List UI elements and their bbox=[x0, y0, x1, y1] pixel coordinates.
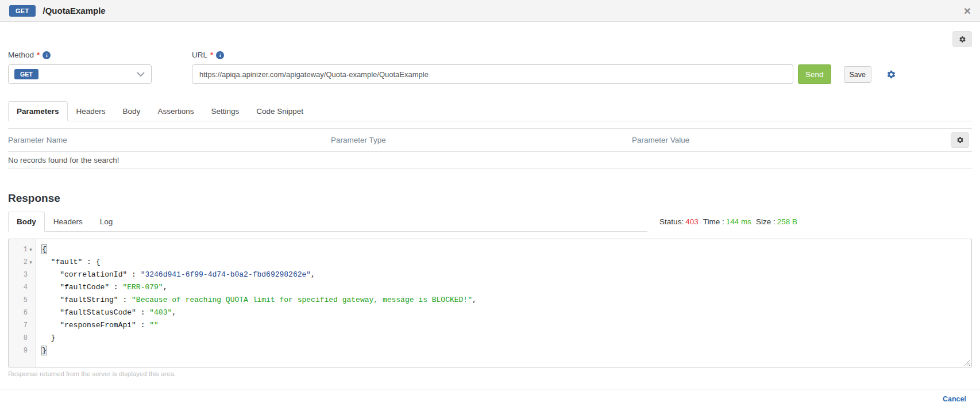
size-value: 258 B bbox=[777, 217, 797, 226]
close-icon[interactable]: × bbox=[964, 5, 971, 17]
tab-assertions[interactable]: Assertions bbox=[149, 101, 202, 121]
table-settings-button[interactable] bbox=[951, 132, 969, 148]
code-line[interactable]: } bbox=[42, 344, 971, 357]
method-badge: GET bbox=[9, 5, 36, 17]
line-number: 2 bbox=[24, 258, 28, 266]
tab-headers[interactable]: Headers bbox=[68, 101, 114, 121]
send-button[interactable]: Send bbox=[798, 64, 831, 84]
tab-body[interactable]: Body bbox=[114, 101, 149, 121]
code-line[interactable]: { bbox=[42, 243, 971, 256]
line-number: 9 bbox=[24, 347, 28, 355]
modal-header: GET /QuotaExample × bbox=[0, 0, 980, 22]
time-label: Time : bbox=[703, 217, 724, 226]
code-line[interactable]: "correlationId" : "3246d941-6f99-4d74-b0… bbox=[42, 269, 971, 281]
column-parameter-type: Parameter Type bbox=[331, 136, 632, 144]
tab-response-body[interactable]: Body bbox=[8, 212, 45, 232]
line-number: 8 bbox=[24, 334, 28, 342]
tab-code-snippet[interactable]: Code Snippet bbox=[248, 101, 312, 121]
gear-icon bbox=[959, 36, 966, 43]
request-form: Method*i GET URL*i Send Save bbox=[8, 51, 972, 84]
method-select[interactable]: GET bbox=[8, 64, 152, 84]
cancel-button[interactable]: Cancel bbox=[943, 395, 966, 403]
response-hint: Response returned from the server is dis… bbox=[8, 370, 972, 377]
line-number: 1 bbox=[24, 246, 28, 254]
fold-arrow-icon[interactable]: ▾ bbox=[28, 247, 34, 252]
modal-footer: Cancel bbox=[0, 389, 980, 406]
gutter-line: 4 bbox=[9, 281, 36, 294]
url-input[interactable] bbox=[192, 64, 793, 84]
code-line[interactable]: "faultCode" : "ERR-079", bbox=[42, 281, 971, 294]
line-number: 7 bbox=[24, 321, 28, 330]
gutter-line: 8 bbox=[9, 332, 36, 344]
tab-response-log[interactable]: Log bbox=[91, 212, 122, 232]
code-line[interactable]: "responseFromApi" : "" bbox=[42, 319, 971, 332]
gutter-line: 3 bbox=[9, 269, 36, 281]
response-tabbar: Body Headers Log Status:403Time :144 msS… bbox=[8, 212, 797, 232]
line-number: 6 bbox=[24, 309, 28, 317]
gutter-line: 5 bbox=[9, 294, 36, 307]
line-number: 3 bbox=[24, 271, 28, 279]
gear-icon bbox=[886, 70, 896, 79]
response-body-editor[interactable]: 1▾2▾3456789 { "fault" : { "correlationId… bbox=[8, 239, 972, 367]
response-status-line: Status:403Time :144 msSize :258 B bbox=[658, 217, 797, 232]
code-line[interactable]: "fault" : { bbox=[42, 256, 971, 269]
fold-arrow-icon[interactable]: ▾ bbox=[28, 259, 34, 265]
gutter-line: 6 bbox=[9, 307, 36, 319]
status-code-badge: 403 bbox=[685, 217, 699, 226]
info-icon[interactable]: i bbox=[43, 51, 51, 59]
editor-code[interactable]: { "fault" : { "correlationId" : "3246d94… bbox=[36, 239, 971, 367]
gutter-line: 2▾ bbox=[9, 256, 36, 269]
method-selected-value: GET bbox=[14, 69, 38, 79]
gutter-line: 1▾ bbox=[9, 243, 36, 256]
required-mark: * bbox=[37, 51, 40, 59]
response-title: Response bbox=[8, 192, 972, 205]
page-title: /QuotaExample bbox=[43, 6, 106, 16]
request-settings-button[interactable] bbox=[886, 70, 896, 79]
time-value: 144 ms bbox=[726, 217, 751, 226]
request-tabs: Parameters Headers Body Assertions Setti… bbox=[8, 101, 972, 121]
code-line[interactable]: "faultString" : "Because of reaching QUO… bbox=[42, 294, 971, 307]
gutter-line: 7 bbox=[9, 319, 36, 332]
line-number: 4 bbox=[24, 284, 28, 292]
line-number: 5 bbox=[24, 296, 28, 304]
method-label: Method*i bbox=[8, 51, 152, 59]
url-label: URL*i bbox=[192, 51, 793, 59]
chevron-down-icon bbox=[136, 71, 145, 77]
tab-parameters[interactable]: Parameters bbox=[8, 101, 68, 121]
gear-icon bbox=[956, 136, 964, 144]
required-mark: * bbox=[210, 51, 213, 59]
code-line[interactable]: } bbox=[42, 332, 971, 344]
table-empty-row: No records found for the search! bbox=[8, 152, 972, 169]
status-label: Status: bbox=[659, 217, 684, 226]
column-parameter-value: Parameter Value bbox=[632, 136, 972, 144]
response-tabs: Body Headers Log bbox=[8, 212, 647, 232]
parameter-table-header: Parameter Name Parameter Type Parameter … bbox=[8, 128, 972, 152]
info-icon[interactable]: i bbox=[216, 51, 224, 59]
editor-gutter: 1▾2▾3456789 bbox=[9, 239, 36, 367]
code-line[interactable]: "faultStatusCode" : "403", bbox=[42, 307, 971, 319]
column-parameter-name: Parameter Name bbox=[8, 136, 331, 144]
tab-response-headers[interactable]: Headers bbox=[45, 212, 91, 232]
gutter-line: 9 bbox=[9, 344, 36, 357]
size-label: Size : bbox=[756, 217, 775, 226]
tab-settings[interactable]: Settings bbox=[202, 101, 248, 121]
save-button[interactable]: Save bbox=[844, 66, 872, 83]
top-settings-button[interactable] bbox=[952, 31, 972, 47]
